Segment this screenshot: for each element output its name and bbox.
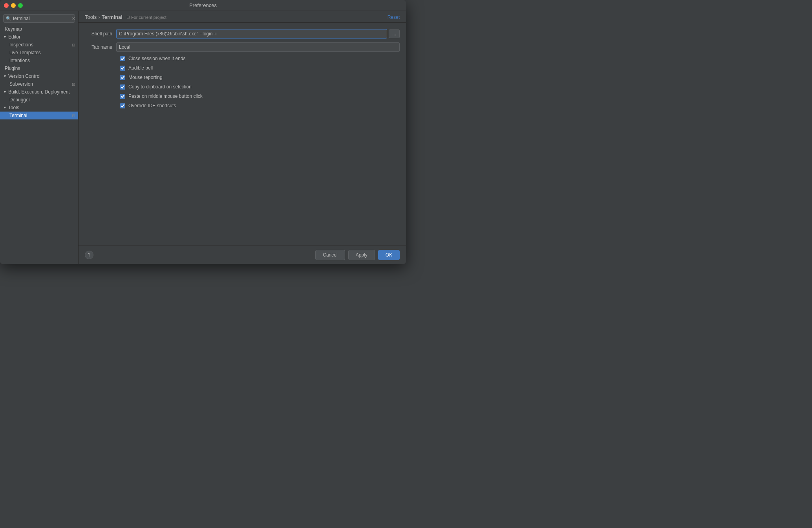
mouse-reporting-checkbox[interactable]: [120, 75, 125, 80]
close-session-label[interactable]: Close session when it ends: [128, 56, 185, 61]
editor-label: Editor: [8, 34, 20, 40]
override-ide-label[interactable]: Override IDE shortcuts: [128, 103, 176, 108]
arrow-down-icon-vc: ▼: [3, 74, 7, 78]
shell-path-input[interactable]: [116, 29, 387, 38]
ok-button[interactable]: OK: [378, 250, 400, 260]
version-control-label: Version Control: [8, 73, 40, 79]
close-button[interactable]: [4, 3, 9, 8]
terminal-label: Terminal: [9, 113, 27, 118]
copy-icon-terminal: ⊡: [72, 114, 75, 118]
main-layout: 🔍 ✕ Keymap ▼ Editor Inspections ⊡ Live T…: [0, 11, 406, 264]
sidebar-item-live-templates[interactable]: Live Templates: [0, 49, 78, 57]
paste-middle-label[interactable]: Paste on middle mouse button click: [128, 94, 203, 99]
shell-path-label: Shell path: [85, 31, 116, 37]
sidebar: 🔍 ✕ Keymap ▼ Editor Inspections ⊡ Live T…: [0, 11, 79, 264]
settings-tree: Keymap ▼ Editor Inspections ⊡ Live Templ…: [0, 25, 78, 123]
mouse-reporting-label[interactable]: Mouse reporting: [128, 75, 163, 80]
sidebar-item-debugger[interactable]: Debugger: [0, 96, 78, 104]
audible-bell-checkbox[interactable]: [120, 66, 125, 71]
sidebar-item-build[interactable]: ▼ Build, Execution, Deployment: [0, 88, 78, 96]
build-label: Build, Execution, Deployment: [8, 89, 70, 95]
help-button[interactable]: ?: [85, 251, 93, 259]
sidebar-item-editor[interactable]: ▼ Editor: [0, 33, 78, 41]
paste-middle-checkbox[interactable]: [120, 94, 125, 99]
content-body: Shell path ... Tab name Close session wh…: [79, 23, 406, 246]
checkbox-audible-bell: Audible bell: [120, 65, 400, 71]
sidebar-item-inspections[interactable]: Inspections ⊡: [0, 41, 78, 49]
arrow-down-icon: ▼: [3, 35, 7, 39]
maximize-button[interactable]: [18, 3, 23, 8]
close-session-checkbox[interactable]: [120, 56, 125, 61]
sidebar-item-subversion[interactable]: Subversion ⊡: [0, 80, 78, 88]
window-title: Preferences: [189, 2, 217, 8]
shell-path-input-wrap: ...: [116, 29, 400, 38]
live-templates-label: Live Templates: [9, 50, 41, 55]
debugger-label: Debugger: [9, 97, 30, 103]
checkbox-paste-middle: Paste on middle mouse button click: [120, 94, 400, 99]
apply-button[interactable]: Apply: [348, 250, 375, 260]
breadcrumb-project: ⊡ For current project: [126, 15, 166, 20]
audible-bell-label[interactable]: Audible bell: [128, 65, 153, 71]
copy-icon-svn: ⊡: [72, 82, 75, 86]
copy-icon: ⊡: [72, 43, 75, 47]
plugins-label: Plugins: [5, 66, 20, 71]
tools-label: Tools: [8, 105, 19, 110]
checkboxes-group: Close session when it ends Audible bell …: [120, 56, 400, 108]
arrow-down-icon-build: ▼: [3, 90, 7, 94]
sidebar-item-terminal[interactable]: Terminal ⊡: [0, 112, 78, 119]
clear-search-icon[interactable]: ✕: [72, 16, 75, 21]
window-controls: [4, 3, 23, 8]
footer-right: Cancel Apply OK: [315, 250, 400, 260]
sidebar-item-intentions[interactable]: Intentions: [0, 57, 78, 64]
footer: ? Cancel Apply OK: [79, 246, 406, 264]
intentions-label: Intentions: [9, 58, 30, 63]
browse-button[interactable]: ...: [389, 29, 400, 38]
shell-path-row: Shell path ...: [85, 29, 400, 38]
project-icon: ⊡: [126, 15, 130, 20]
search-box[interactable]: 🔍 ✕: [3, 14, 75, 23]
breadcrumb-terminal: Terminal: [102, 14, 123, 20]
search-icon: 🔍: [6, 16, 11, 21]
tab-name-input[interactable]: [116, 42, 400, 52]
project-label: For current project: [131, 15, 166, 20]
content-header: Tools › Terminal ⊡ For current project R…: [79, 11, 406, 23]
checkbox-override-ide: Override IDE shortcuts: [120, 103, 400, 108]
override-ide-checkbox[interactable]: [120, 103, 125, 108]
checkbox-mouse-reporting: Mouse reporting: [120, 75, 400, 80]
reset-button[interactable]: Reset: [388, 15, 400, 20]
tab-name-input-wrap: [116, 42, 400, 52]
copy-clipboard-label[interactable]: Copy to clipboard on selection: [128, 84, 192, 90]
keymap-label: Keymap: [5, 26, 22, 32]
copy-clipboard-checkbox[interactable]: [120, 84, 125, 90]
checkbox-copy-clipboard: Copy to clipboard on selection: [120, 84, 400, 90]
subversion-label: Subversion: [9, 81, 33, 87]
arrow-down-icon-tools: ▼: [3, 106, 7, 110]
sidebar-item-tools[interactable]: ▼ Tools: [0, 104, 78, 112]
checkbox-close-session: Close session when it ends: [120, 56, 400, 61]
titlebar: Preferences: [0, 0, 406, 11]
content-area: Tools › Terminal ⊡ For current project R…: [79, 11, 406, 264]
inspections-label: Inspections: [9, 42, 33, 48]
tab-name-row: Tab name: [85, 42, 400, 52]
breadcrumb-separator: ›: [98, 14, 100, 20]
sidebar-item-keymap[interactable]: Keymap: [0, 25, 78, 33]
breadcrumb: Tools › Terminal ⊡ For current project: [85, 14, 166, 20]
search-input[interactable]: [13, 16, 72, 21]
footer-left: ?: [85, 251, 93, 259]
tab-name-label: Tab name: [85, 44, 116, 50]
breadcrumb-tools: Tools: [85, 14, 97, 20]
cancel-button[interactable]: Cancel: [315, 250, 345, 260]
sidebar-item-version-control[interactable]: ▼ Version Control: [0, 72, 78, 80]
minimize-button[interactable]: [11, 3, 16, 8]
sidebar-item-plugins[interactable]: Plugins: [0, 64, 78, 72]
